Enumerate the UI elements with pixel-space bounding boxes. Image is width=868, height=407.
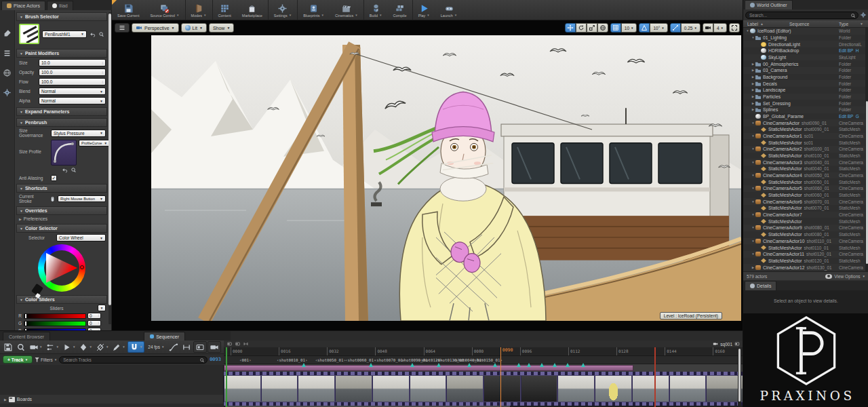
sequencer-tool-button[interactable]: ▼ xyxy=(2,341,14,353)
viewport[interactable]: Perspective▼ Lit▼ Show▼ 10▼ 10°▼ 0.25▼ xyxy=(112,20,743,330)
keyframe-marker[interactable] xyxy=(437,363,441,367)
rotation-snap-value[interactable]: 10°▼ xyxy=(650,23,667,33)
expander-icon[interactable]: ▼ xyxy=(745,29,750,33)
hue-marker[interactable] xyxy=(80,265,84,269)
actor-type[interactable]: Folder xyxy=(839,107,865,112)
outliner-row[interactable]: StaticMeshActor shot0040_01 StaticMesh xyxy=(743,166,865,172)
settings-mode-icon[interactable] xyxy=(3,88,12,97)
current-stroke-dropdown[interactable]: Right Mouse Button▼ xyxy=(58,195,106,202)
sequencer-tool-button[interactable]: ▼ xyxy=(94,341,110,353)
outliner-row[interactable]: ▼ CineCameraActor shot0090_01 CineCamera xyxy=(743,119,865,126)
outliner-row[interactable]: ▶ Background Folder xyxy=(743,74,865,81)
actor-type[interactable]: CineCamera xyxy=(839,186,865,191)
actor-type[interactable]: CineCamera xyxy=(839,239,865,244)
opacity-field[interactable]: 100.0⁞ xyxy=(39,69,106,76)
outliner-row[interactable]: ▼ IceRoad (Editor) World xyxy=(743,28,865,35)
keyframe-marker[interactable] xyxy=(302,363,306,367)
filmstrip-thumbnail[interactable] xyxy=(261,376,298,402)
keyframe-marker[interactable] xyxy=(467,363,471,367)
shot-label[interactable]: ‹shot0150_01› xyxy=(472,358,502,362)
paint-mode-icon[interactable] xyxy=(3,29,12,38)
actor-type[interactable]: CineCamera xyxy=(839,147,865,151)
camera-cuts-toggle-button[interactable] xyxy=(208,341,221,353)
outliner-row[interactable]: ▶ Set_Dressing Folder xyxy=(743,100,865,106)
actor-type[interactable]: Edit BP_H xyxy=(839,48,865,53)
sequence-name-badge[interactable]: sq001 xyxy=(713,341,740,347)
outliner-row[interactable]: ▼ CineCameraActor4 shot0050_01 CineCamer… xyxy=(743,172,865,179)
viewport-options-button[interactable] xyxy=(115,23,130,33)
layers-mode-icon[interactable] xyxy=(3,49,12,58)
browse-brush-icon[interactable] xyxy=(98,31,104,37)
outliner-row[interactable]: StaticMeshActor shot0070_01 StaticMesh xyxy=(743,205,865,212)
actor-type[interactable]: StaticMesh xyxy=(839,258,865,263)
view-options-button[interactable]: View Options▼ xyxy=(825,274,865,279)
alpha-dropdown[interactable]: Normal▼ xyxy=(39,97,106,104)
toolbar-button[interactable]: Settings▼ xyxy=(268,0,297,20)
playback-range-end-marker[interactable] xyxy=(654,347,656,407)
filmstrip-thumbnail[interactable] xyxy=(669,376,706,402)
expand-parameters-header[interactable]: ▼Expand Parameters xyxy=(16,107,107,116)
expander-icon[interactable]: ▶ xyxy=(751,102,755,105)
actor-type[interactable]: CineCamera xyxy=(839,252,865,256)
column-sequence[interactable]: Sequence xyxy=(789,22,809,26)
tab-world-outliner[interactable]: World Outliner xyxy=(745,0,793,9)
world-local-toggle[interactable] xyxy=(597,23,608,33)
actor-type[interactable]: CineCamera xyxy=(839,199,865,204)
brush-dropdown[interactable]: PenBrushM1▼ xyxy=(42,31,87,38)
size-profile-dropdown[interactable]: ProfileCurve▼ xyxy=(79,140,108,147)
sequencer-tool-button[interactable]: ▼ xyxy=(28,341,43,353)
toolbar-button[interactable]: Launch▼ xyxy=(435,0,463,20)
actor-type[interactable]: Folder xyxy=(839,35,865,40)
rotate-tool-button[interactable] xyxy=(576,23,587,33)
shot-label[interactable]: ‹shot0010_01› xyxy=(277,358,307,362)
expander-icon[interactable]: ▼ xyxy=(751,147,755,151)
outliner-row[interactable]: StaticMeshActor shot0050_01 StaticMesh xyxy=(743,178,865,185)
outliner-row[interactable]: StaticMeshActor shot0100_01 StaticMesh xyxy=(743,153,865,159)
actor-type[interactable]: Edit BP_G xyxy=(839,114,865,119)
actor-type[interactable]: Folder xyxy=(839,75,865,79)
actor-type[interactable]: StaticMesh xyxy=(839,232,865,237)
toolbar-button[interactable]: Marketplace▼ xyxy=(237,0,268,20)
fps-dropdown[interactable]: 24 fps▼ xyxy=(145,342,167,352)
expander-icon[interactable]: ▶ xyxy=(751,69,755,72)
outliner-row[interactable]: StaticMeshActor shot0120_01 StaticMesh xyxy=(743,258,865,265)
color-wheel[interactable] xyxy=(38,244,85,292)
keyframe-marker[interactable] xyxy=(566,363,570,367)
actor-type[interactable]: StaticMesh xyxy=(839,219,865,224)
column-label[interactable]: Label xyxy=(743,22,758,26)
grid-snap-toggle[interactable] xyxy=(610,23,621,33)
keyframe-marker[interactable] xyxy=(493,363,497,367)
current-frame-field[interactable]: 0093 xyxy=(210,357,221,362)
toolbar-button[interactable]: Compile▼ xyxy=(387,0,412,20)
outliner-row[interactable]: ▶ Decals Folder xyxy=(743,80,865,87)
timeline-scrollbar[interactable] xyxy=(738,347,741,406)
expander-icon[interactable]: ▶ xyxy=(751,108,755,111)
expander-icon[interactable]: ▶ xyxy=(751,62,755,66)
sequencer-tool-button[interactable]: ▼ xyxy=(61,341,77,353)
tab-iliad[interactable]: Iliad xyxy=(47,1,73,10)
sphere-mode-icon[interactable] xyxy=(3,69,12,77)
size-profile-curve[interactable] xyxy=(51,140,77,166)
expander-icon[interactable]: ▼ xyxy=(751,187,755,190)
range-tool-icon[interactable] xyxy=(243,341,249,347)
size-governance-dropdown[interactable]: Stylus Pressure▼ xyxy=(51,130,106,137)
color-selector-header[interactable]: ▼Color Selector xyxy=(16,224,107,233)
shot-label[interactable]: ‹shot0050_01› xyxy=(315,358,346,362)
expander-icon[interactable]: ▼ xyxy=(751,134,755,138)
outliner-row[interactable]: ▼ CineCameraActor2 shot0100_01 CineCamer… xyxy=(743,146,865,153)
outliner-row[interactable]: DirectionalLight DirectionalL xyxy=(743,41,865,47)
filters-button[interactable]: Filters▼ xyxy=(35,355,57,364)
keyframe-marker[interactable] xyxy=(553,363,557,367)
actor-type[interactable]: StaticMesh xyxy=(839,153,865,158)
actor-type[interactable]: SkyLight xyxy=(839,55,865,60)
sliders-mode-dropdown[interactable]: ▼ xyxy=(98,305,106,311)
toolbar-button[interactable]: Content▼ xyxy=(212,0,237,20)
keyframe-marker[interactable] xyxy=(581,363,585,367)
tab-sequencer[interactable]: Sequencer xyxy=(144,332,185,341)
column-type[interactable]: Type xyxy=(839,22,848,26)
outliner-row[interactable]: SkyLight SkyLight xyxy=(743,54,865,61)
filmstrip-thumbnail[interactable] xyxy=(335,376,372,402)
outliner-row[interactable]: StaticMeshActor shot0080_01 StaticMesh xyxy=(743,231,865,238)
outliner-row[interactable]: ▼ CineCameraActor10 shot0110_01 CineCame… xyxy=(743,238,865,245)
outliner-row[interactable]: StaticMeshActor sc01 StaticMesh xyxy=(743,139,865,146)
